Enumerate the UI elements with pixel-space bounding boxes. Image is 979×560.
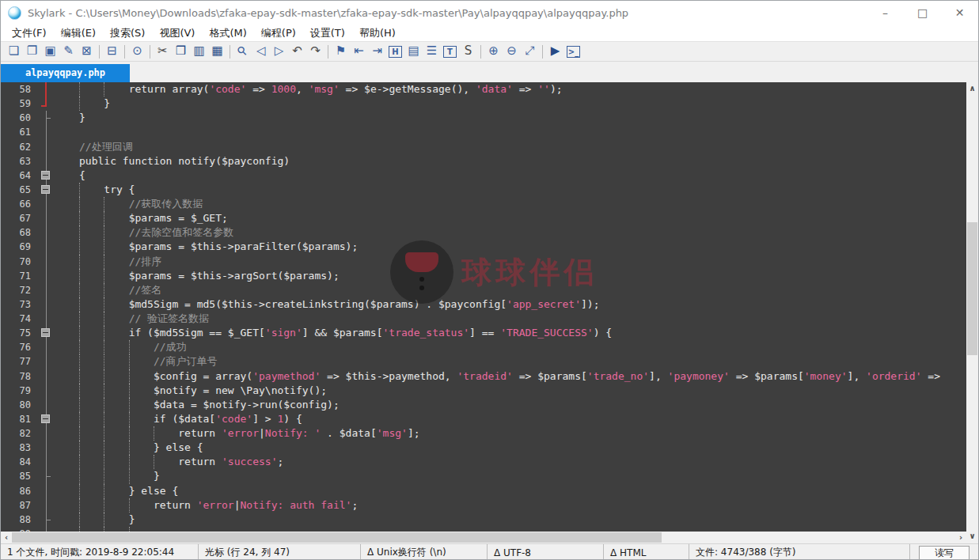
code-line-64[interactable]: 64{ xyxy=(1,168,966,183)
readwrite-toggle[interactable]: 读写 xyxy=(919,546,970,560)
code-line-81[interactable]: 81 if ($data['code'] > 1) { xyxy=(1,412,966,426)
code-line-79[interactable]: 79 $notify = new \Pay\notify(); xyxy=(1,384,966,398)
save-icon[interactable]: ▣ xyxy=(41,43,59,60)
menu-help[interactable]: 帮助(H) xyxy=(352,25,403,41)
code-line-85[interactable]: 85 } xyxy=(1,469,966,483)
code-line-60[interactable]: 60} xyxy=(1,111,966,125)
code-line-61[interactable]: 61 xyxy=(1,125,966,139)
vertical-scrollbar[interactable]: ∧ ∨ xyxy=(966,82,978,543)
redo-icon[interactable]: ↷ xyxy=(306,43,324,60)
code-line-70[interactable]: 70 //排序 xyxy=(1,255,966,269)
code-line-71[interactable]: 71 $params = $this->argSort($params); xyxy=(1,269,966,283)
cut-icon[interactable]: ✂ xyxy=(154,43,172,60)
maximize-button[interactable]: □ xyxy=(904,1,941,25)
indent-guide xyxy=(129,455,130,469)
html-preview-icon[interactable]: H xyxy=(389,46,402,58)
line-number: 88 xyxy=(1,513,39,527)
code-line-73[interactable]: 73 $md5Sigm = md5($this->createLinkstrin… xyxy=(1,297,966,312)
status-encoding[interactable]: Δ UTF-8 xyxy=(488,544,604,560)
menu-program[interactable]: 编程(P) xyxy=(254,25,303,41)
line-list-icon[interactable]: ☰ xyxy=(423,43,441,60)
indent-guide xyxy=(79,441,80,455)
tab-alpayqqpay-php[interactable]: alpayqqpay.php xyxy=(1,64,130,82)
print-icon[interactable]: ⊟ xyxy=(103,43,121,60)
code-line-78[interactable]: 78 $config = array('paymethod' => $this-… xyxy=(1,369,966,384)
fold-toggle-icon[interactable] xyxy=(41,414,50,423)
zoom-in-icon[interactable]: ⊕ xyxy=(484,43,503,60)
close-button[interactable]: ✕ xyxy=(941,1,978,25)
code-line-67[interactable]: 67 $params = $_GET; xyxy=(1,211,966,225)
console-icon[interactable]: >_ xyxy=(567,46,580,58)
fold-toggle-icon[interactable] xyxy=(41,171,50,180)
recent-files-icon[interactable]: ⊙ xyxy=(128,43,146,60)
horizontal-scroll-thumb[interactable] xyxy=(12,532,662,543)
code-line-80[interactable]: 80 $data = $notify->run($config); xyxy=(1,398,966,412)
indent-guide xyxy=(79,269,80,283)
scroll-right-icon[interactable]: › xyxy=(955,532,966,543)
line-number: 70 xyxy=(1,255,39,269)
horizontal-scrollbar[interactable]: ‹ › xyxy=(1,532,966,543)
minimize-button[interactable]: – xyxy=(867,1,904,25)
new-file-icon[interactable]: ❏ xyxy=(5,43,23,60)
code-line-63[interactable]: 63public function notify($payconfig) xyxy=(1,154,966,168)
duplicate-icon[interactable]: ▦ xyxy=(208,43,226,60)
code-line-58[interactable]: 58 return array('code' => 1000, 'msg' =>… xyxy=(1,82,966,96)
menu-edit[interactable]: 编辑(E) xyxy=(54,25,103,41)
code-text: } xyxy=(55,469,966,483)
menu-file[interactable]: 文件(F) xyxy=(5,25,54,41)
indent-guide xyxy=(104,312,104,326)
code-line-77[interactable]: 77 //商户订单号 xyxy=(1,354,966,369)
code-lines[interactable]: 58 return array('code' => 1000, 'msg' =>… xyxy=(1,82,966,532)
find-next-icon[interactable]: ▷ xyxy=(270,43,288,60)
code-line-88[interactable]: 88 } xyxy=(1,513,966,527)
code-line-66[interactable]: 66 //获取传入数据 xyxy=(1,197,966,211)
code-line-86[interactable]: 86 } else { xyxy=(1,484,966,498)
bookmark-icon[interactable]: ⚑ xyxy=(332,43,350,60)
menu-search[interactable]: 搜索(S) xyxy=(103,25,152,41)
scroll-left-icon[interactable]: ‹ xyxy=(1,532,12,543)
open-folder-icon[interactable]: ❐ xyxy=(23,43,41,60)
indent-icon[interactable]: ⇥ xyxy=(368,43,386,60)
fullscreen-icon[interactable]: ⤢ xyxy=(521,43,539,60)
code-line-62[interactable]: 62//处理回调 xyxy=(1,140,966,154)
run-icon[interactable]: ▶ xyxy=(546,43,564,60)
copy-icon[interactable]: ❒ xyxy=(172,43,190,60)
undo-icon[interactable]: ↶ xyxy=(288,43,306,60)
code-line-74[interactable]: 74 // 验证签名数据 xyxy=(1,312,966,326)
syntax-highlight-icon[interactable]: S xyxy=(459,43,477,60)
code-editor[interactable]: 58 return array('code' => 1000, 'msg' =>… xyxy=(1,82,978,543)
code-line-59[interactable]: 59 } xyxy=(1,96,966,111)
code-line-69[interactable]: 69 $params = $this->paraFilter($params); xyxy=(1,240,966,254)
code-line-83[interactable]: 83 } else { xyxy=(1,441,966,455)
code-line-84[interactable]: 84 return 'success'; xyxy=(1,455,966,469)
code-text: $config = array('paymethod' => $this->pa… xyxy=(55,369,966,384)
fold-margin xyxy=(39,82,55,96)
code-line-68[interactable]: 68 //去除空值和签名参数 xyxy=(1,225,966,240)
menu-view[interactable]: 视图(V) xyxy=(152,25,202,41)
word-wrap-icon[interactable]: ▤ xyxy=(404,43,423,60)
vertical-scroll-thumb[interactable] xyxy=(967,222,977,355)
text-mode-icon[interactable]: T xyxy=(443,46,457,58)
status-line-ending[interactable]: Δ Unix换行符 (\n) xyxy=(361,544,488,560)
code-line-72[interactable]: 72 //签名 xyxy=(1,283,966,297)
fold-margin xyxy=(39,154,55,168)
close-file-icon[interactable]: ⊠ xyxy=(78,43,96,60)
fold-toggle-icon[interactable] xyxy=(41,328,50,337)
code-line-87[interactable]: 87 return 'error|Notify: auth fail'; xyxy=(1,498,966,513)
menu-settings[interactable]: 设置(T) xyxy=(303,25,352,41)
fold-toggle-icon[interactable] xyxy=(41,185,50,194)
status-syntax[interactable]: Δ HTML xyxy=(604,544,689,560)
unindent-icon[interactable]: ⇤ xyxy=(350,43,368,60)
paste-icon[interactable]: ▥ xyxy=(190,43,208,60)
scroll-down-icon[interactable]: ∨ xyxy=(966,531,978,543)
menu-format[interactable]: 格式(M) xyxy=(202,25,253,41)
indent-guide xyxy=(154,455,154,469)
code-line-82[interactable]: 82 return 'error|Notify: ' . $data['msg'… xyxy=(1,426,966,441)
code-line-75[interactable]: 75 if ($md5Sigm == $_GET['sign'] && $par… xyxy=(1,326,966,340)
scroll-up-icon[interactable]: ∧ xyxy=(966,82,978,95)
code-line-65[interactable]: 65 try { xyxy=(1,183,966,197)
zoom-out-icon[interactable]: ⊖ xyxy=(503,43,521,60)
indent-guide xyxy=(129,441,130,455)
edit-file-icon[interactable]: ✎ xyxy=(59,43,78,60)
code-line-76[interactable]: 76 //成功 xyxy=(1,340,966,354)
